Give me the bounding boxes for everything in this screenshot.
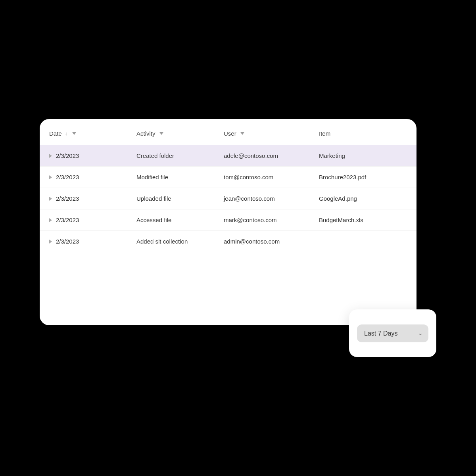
cell-date: 2/3/2023: [40, 188, 127, 209]
item-label: Item: [319, 130, 330, 137]
cell-user: jean@contoso.com: [214, 188, 309, 209]
cell-activity: Accessed file: [127, 209, 214, 231]
cell-activity: Modified file: [127, 167, 214, 188]
date-filter-icon[interactable]: [72, 132, 76, 135]
cell-date: 2/3/2023: [40, 145, 127, 167]
date-value: 2/3/2023: [56, 195, 79, 202]
cell-item: BudgetMarch.xls: [309, 209, 416, 231]
scene: Date ↓ Activity User: [40, 119, 436, 357]
row-expand-icon[interactable]: [49, 240, 52, 244]
cell-item: GoogleAd.png: [309, 188, 416, 209]
row-expand-icon[interactable]: [49, 175, 52, 179]
user-label: User: [224, 130, 236, 137]
dropdown-card: Last 7 DaysLast 14 DaysLast 30 DaysLast …: [349, 309, 436, 357]
date-value: 2/3/2023: [56, 152, 79, 159]
date-label: Date: [49, 130, 62, 137]
row-expand-icon[interactable]: [49, 218, 52, 222]
date-value: 2/3/2023: [56, 238, 79, 245]
row-expand-icon[interactable]: [49, 197, 52, 201]
cell-item: Marketing: [309, 145, 416, 167]
cell-date: 2/3/2023: [40, 209, 127, 231]
date-value: 2/3/2023: [56, 217, 79, 223]
table-row[interactable]: 2/3/2023Accessed filemark@contoso.comBud…: [40, 209, 416, 231]
cell-activity: Uploaded file: [127, 188, 214, 209]
activity-label: Activity: [136, 130, 155, 137]
cell-activity: Added sit collection: [127, 231, 214, 252]
main-card: Date ↓ Activity User: [40, 119, 416, 325]
date-range-select[interactable]: Last 7 DaysLast 14 DaysLast 30 DaysLast …: [357, 324, 428, 342]
activity-table: Date ↓ Activity User: [40, 119, 416, 252]
table-header-row: Date ↓ Activity User: [40, 119, 416, 145]
table-row[interactable]: 2/3/2023Created folderadele@contoso.comM…: [40, 145, 416, 167]
table-row[interactable]: 2/3/2023Added sit collectionadmin@contos…: [40, 231, 416, 252]
cell-user: admin@contoso.com: [214, 231, 309, 252]
col-activity[interactable]: Activity: [127, 119, 214, 145]
user-filter-icon[interactable]: [240, 132, 244, 135]
cell-item: [309, 231, 416, 252]
row-expand-icon[interactable]: [49, 154, 52, 158]
col-user[interactable]: User: [214, 119, 309, 145]
sort-down-icon: ↓: [65, 131, 68, 136]
date-value: 2/3/2023: [56, 174, 79, 180]
cell-item: Brochure2023.pdf: [309, 167, 416, 188]
cell-user: mark@contoso.com: [214, 209, 309, 231]
col-item: Item: [309, 119, 416, 145]
cell-user: tom@contoso.com: [214, 167, 309, 188]
cell-date: 2/3/2023: [40, 167, 127, 188]
date-range-dropdown-wrapper[interactable]: Last 7 DaysLast 14 DaysLast 30 DaysLast …: [357, 324, 428, 342]
table-row[interactable]: 2/3/2023Modified filetom@contoso.comBroc…: [40, 167, 416, 188]
col-date[interactable]: Date ↓: [40, 119, 127, 145]
table-row[interactable]: 2/3/2023Uploaded filejean@contoso.comGoo…: [40, 188, 416, 209]
cell-date: 2/3/2023: [40, 231, 127, 252]
activity-filter-icon[interactable]: [159, 132, 163, 135]
cell-activity: Created folder: [127, 145, 214, 167]
cell-user: adele@contoso.com: [214, 145, 309, 167]
